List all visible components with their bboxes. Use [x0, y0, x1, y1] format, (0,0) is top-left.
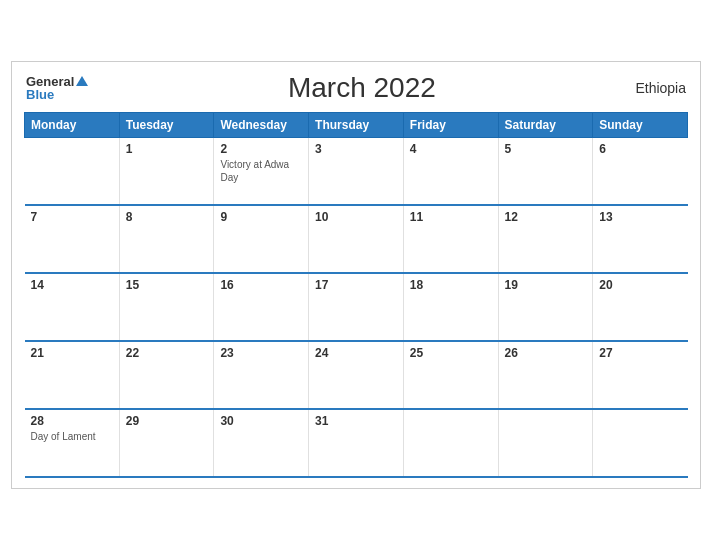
col-header-thursday: Thursday	[309, 112, 404, 137]
day-number: 22	[126, 346, 208, 360]
day-number: 5	[505, 142, 587, 156]
day-number: 23	[220, 346, 302, 360]
day-number: 13	[599, 210, 681, 224]
day-number: 17	[315, 278, 397, 292]
day-cell: 17	[309, 273, 404, 341]
day-cell	[498, 409, 593, 477]
day-number: 15	[126, 278, 208, 292]
calendar-title: March 2022	[88, 72, 635, 104]
week-row-3: 21222324252627	[25, 341, 688, 409]
day-cell	[25, 137, 120, 205]
day-number: 12	[505, 210, 587, 224]
day-cell: 2Victory at Adwa Day	[214, 137, 309, 205]
day-cell: 29	[119, 409, 214, 477]
day-cell: 14	[25, 273, 120, 341]
day-cell: 27	[593, 341, 688, 409]
col-header-monday: Monday	[25, 112, 120, 137]
calendar-header: General Blue March 2022 Ethiopia	[24, 72, 688, 104]
day-cell: 8	[119, 205, 214, 273]
day-cell: 6	[593, 137, 688, 205]
logo-general-text: General	[26, 75, 74, 88]
day-number: 10	[315, 210, 397, 224]
day-cell: 11	[403, 205, 498, 273]
day-number: 27	[599, 346, 681, 360]
logo-triangle-icon	[76, 76, 88, 86]
week-row-4: 28Day of Lament293031	[25, 409, 688, 477]
logo-area: General Blue	[26, 75, 88, 101]
day-cell: 28Day of Lament	[25, 409, 120, 477]
day-cell: 15	[119, 273, 214, 341]
day-number: 20	[599, 278, 681, 292]
day-number: 30	[220, 414, 302, 428]
col-header-sunday: Sunday	[593, 112, 688, 137]
day-number: 28	[31, 414, 113, 428]
day-cell: 9	[214, 205, 309, 273]
day-cell: 18	[403, 273, 498, 341]
col-header-tuesday: Tuesday	[119, 112, 214, 137]
day-number: 9	[220, 210, 302, 224]
day-cell: 10	[309, 205, 404, 273]
day-cell: 5	[498, 137, 593, 205]
day-number: 11	[410, 210, 492, 224]
day-cell: 26	[498, 341, 593, 409]
week-row-1: 78910111213	[25, 205, 688, 273]
day-cell: 21	[25, 341, 120, 409]
col-header-friday: Friday	[403, 112, 498, 137]
calendar-container: General Blue March 2022 Ethiopia MondayT…	[11, 61, 701, 490]
day-number: 1	[126, 142, 208, 156]
day-number: 3	[315, 142, 397, 156]
day-cell: 31	[309, 409, 404, 477]
col-header-saturday: Saturday	[498, 112, 593, 137]
day-cell	[403, 409, 498, 477]
day-number: 2	[220, 142, 302, 156]
calendar-grid: MondayTuesdayWednesdayThursdayFridaySatu…	[24, 112, 688, 479]
day-cell: 25	[403, 341, 498, 409]
calendar-thead: MondayTuesdayWednesdayThursdayFridaySatu…	[25, 112, 688, 137]
day-number: 26	[505, 346, 587, 360]
day-cell	[593, 409, 688, 477]
calendar-tbody: 12Victory at Adwa Day3456789101112131415…	[25, 137, 688, 477]
day-cell: 30	[214, 409, 309, 477]
day-cell: 12	[498, 205, 593, 273]
day-cell: 3	[309, 137, 404, 205]
day-number: 7	[31, 210, 113, 224]
event-label: Day of Lament	[31, 431, 96, 442]
day-number: 4	[410, 142, 492, 156]
event-label: Victory at Adwa Day	[220, 159, 289, 183]
country-label: Ethiopia	[635, 80, 686, 96]
col-header-wednesday: Wednesday	[214, 112, 309, 137]
day-number: 18	[410, 278, 492, 292]
header-row: MondayTuesdayWednesdayThursdayFridaySatu…	[25, 112, 688, 137]
day-cell: 23	[214, 341, 309, 409]
day-cell: 13	[593, 205, 688, 273]
day-number: 31	[315, 414, 397, 428]
day-cell: 20	[593, 273, 688, 341]
day-number: 25	[410, 346, 492, 360]
day-number: 16	[220, 278, 302, 292]
day-number: 29	[126, 414, 208, 428]
logo-blue-text: Blue	[26, 88, 54, 101]
day-number: 21	[31, 346, 113, 360]
day-cell: 7	[25, 205, 120, 273]
week-row-0: 12Victory at Adwa Day3456	[25, 137, 688, 205]
week-row-2: 14151617181920	[25, 273, 688, 341]
day-cell: 1	[119, 137, 214, 205]
day-cell: 22	[119, 341, 214, 409]
day-number: 14	[31, 278, 113, 292]
day-cell: 16	[214, 273, 309, 341]
day-number: 19	[505, 278, 587, 292]
day-number: 6	[599, 142, 681, 156]
day-cell: 4	[403, 137, 498, 205]
day-cell: 19	[498, 273, 593, 341]
day-number: 24	[315, 346, 397, 360]
day-number: 8	[126, 210, 208, 224]
day-cell: 24	[309, 341, 404, 409]
